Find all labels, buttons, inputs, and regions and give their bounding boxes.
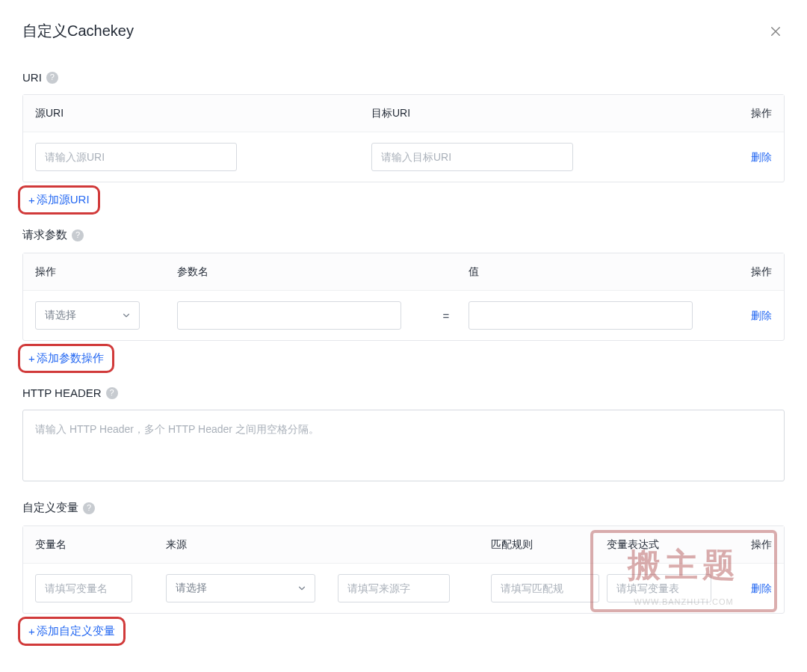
uri-heading-text: URI [22, 71, 42, 84]
col-action: 操作 [723, 538, 772, 552]
vars-row: 请选择 删除 [23, 564, 784, 613]
params-row: 请选择 = 删除 [23, 291, 784, 340]
param-op-select[interactable]: 请选择 [35, 301, 140, 330]
help-icon[interactable]: ? [46, 72, 58, 84]
help-icon[interactable]: ? [106, 387, 118, 399]
col-var-source: 来源 [166, 538, 338, 552]
select-placeholder: 请选择 [45, 309, 76, 322]
chevron-down-icon [297, 583, 307, 594]
add-source-uri-label: 添加源URI [37, 193, 90, 207]
col-target-uri: 目标URI [371, 107, 712, 120]
params-heading: 请求参数 ? [22, 228, 785, 242]
add-param-label: 添加参数操作 [37, 351, 104, 366]
uri-table: 源URI 目标URI 操作 删除 [22, 94, 785, 182]
params-table-head: 操作 参数名 值 操作 [23, 253, 784, 291]
uri-row: 删除 [23, 132, 784, 182]
plus-icon: + [28, 194, 35, 206]
col-action: 操作 [712, 107, 772, 120]
custom-cachekey-modal: 自定义Cachekey URI ? 源URI 目标URI 操作 [0, 0, 807, 658]
col-source-uri: 源URI [35, 107, 371, 120]
col-value: 值 [469, 265, 712, 279]
vars-heading: 自定义变量 ? [22, 501, 785, 515]
params-table: 操作 参数名 值 操作 请选择 = [22, 253, 785, 341]
vars-section: 自定义变量 ? 变量名 来源 匹配规则 变量表达式 操作 请选择 [22, 501, 785, 643]
delete-var-button[interactable]: 删除 [751, 582, 772, 594]
vars-table: 变量名 来源 匹配规则 变量表达式 操作 请选择 [22, 525, 785, 614]
add-param-button[interactable]: + 添加参数操作 [22, 347, 110, 370]
chevron-down-icon [121, 310, 132, 321]
var-source-field-input[interactable] [338, 574, 450, 602]
col-name: 参数名 [177, 265, 424, 279]
var-name-input[interactable] [35, 574, 132, 602]
var-source-select[interactable]: 请选择 [166, 574, 315, 602]
http-header-section: HTTP HEADER ? [22, 386, 785, 484]
uri-table-head: 源URI 目标URI 操作 [23, 95, 784, 132]
col-action: 操作 [712, 265, 772, 279]
help-icon[interactable]: ? [83, 502, 95, 514]
modal-title: 自定义Cachekey [22, 21, 134, 41]
vars-heading-text: 自定义变量 [22, 501, 78, 515]
vars-table-head: 变量名 来源 匹配规则 变量表达式 操作 [23, 526, 784, 564]
delete-param-button[interactable]: 删除 [751, 309, 772, 321]
delete-uri-button[interactable]: 删除 [751, 151, 772, 163]
close-button[interactable] [767, 22, 785, 40]
col-var-name: 变量名 [35, 538, 166, 552]
uri-section: URI ? 源URI 目标URI 操作 删除 [22, 71, 785, 212]
http-header-heading: HTTP HEADER ? [22, 386, 785, 399]
help-icon[interactable]: ? [72, 229, 84, 241]
target-uri-input[interactable] [371, 143, 573, 171]
source-uri-input[interactable] [35, 143, 237, 171]
add-var-label: 添加自定义变量 [37, 624, 115, 638]
var-rule-input[interactable] [491, 574, 599, 602]
equals-sign: = [424, 309, 469, 322]
http-header-textarea[interactable] [22, 410, 785, 481]
col-var-rule: 匹配规则 [469, 538, 607, 552]
http-header-heading-text: HTTP HEADER [22, 386, 102, 399]
params-heading-text: 请求参数 [22, 228, 67, 242]
close-icon [769, 25, 782, 38]
plus-icon: + [28, 352, 35, 365]
col-op: 操作 [35, 265, 177, 279]
uri-heading: URI ? [22, 71, 785, 84]
var-expr-input[interactable] [607, 574, 711, 602]
param-name-input[interactable] [177, 301, 401, 330]
select-placeholder: 请选择 [176, 582, 207, 595]
plus-icon: + [28, 625, 35, 638]
param-value-input[interactable] [469, 301, 693, 330]
params-section: 请求参数 ? 操作 参数名 值 操作 请选择 [22, 228, 785, 370]
add-source-uri-button[interactable]: + 添加源URI [22, 188, 96, 212]
modal-header: 自定义Cachekey [22, 21, 785, 41]
col-var-expr: 变量表达式 [607, 538, 723, 552]
add-var-button[interactable]: + 添加自定义变量 [22, 620, 121, 643]
